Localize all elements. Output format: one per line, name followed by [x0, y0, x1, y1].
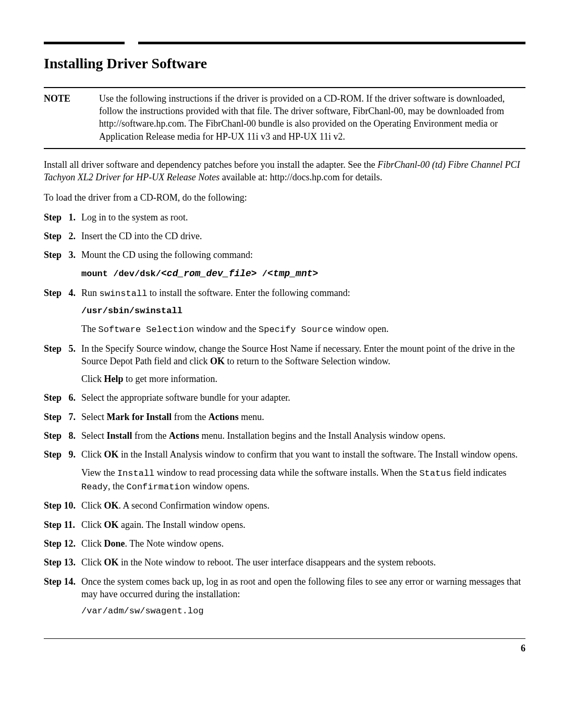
note-block: NOTE Use the following instructions if t… — [44, 87, 525, 149]
step-text: Run swinstall to install the software. E… — [81, 287, 525, 300]
step-body: Select the appropriate software bundle f… — [81, 391, 525, 404]
t-mono: swinstall — [100, 289, 148, 299]
t: Run — [81, 288, 100, 298]
t: in the Install Analysis window to confir… — [119, 449, 518, 460]
step-text: Select Install from the Actions menu. In… — [81, 429, 525, 442]
t: again. The Install window opens. — [119, 520, 246, 530]
t: Click — [81, 520, 104, 530]
t: The — [81, 324, 98, 334]
step-1: Step 1. Log in to the system as root. — [44, 211, 525, 224]
t-bold: Actions — [169, 430, 199, 441]
step-body: Log in to the system as root. — [81, 211, 525, 224]
t: window to read processing data while the… — [154, 467, 419, 478]
step-text: The Software Selection window and the Sp… — [81, 323, 525, 336]
page-number: 6 — [521, 643, 525, 653]
step-8: Step 8. Select Install from the Actions … — [44, 429, 525, 442]
t: Click — [81, 449, 104, 460]
t: to return to the Software Selection wind… — [225, 356, 390, 366]
t-bold: OK — [104, 449, 119, 460]
t: Click — [81, 557, 104, 567]
step-4: Step 4. Run swinstall to install the sof… — [44, 287, 525, 336]
step-text: Insert the CD into the CD drive. — [81, 230, 525, 242]
note-label: NOTE — [44, 92, 75, 143]
t-bold: Done — [104, 538, 125, 549]
t-bold: Actions — [209, 412, 239, 422]
step-text: Select the appropriate software bundle f… — [81, 391, 525, 404]
t-bold: Install — [106, 430, 132, 441]
t: to get more information. — [124, 374, 217, 384]
t-bold: OK — [104, 500, 119, 511]
step-11: Step 11. Click OK again. The Install win… — [44, 519, 525, 531]
step-label: Step 11. — [44, 519, 81, 531]
step-label: Step 3. — [44, 249, 81, 280]
step-2: Step 2. Insert the CD into the CD drive. — [44, 230, 525, 242]
step-label: Step 9. — [44, 448, 81, 493]
step-label: Step 4. — [44, 287, 81, 336]
intro1-c: available at: http://docs.hp.com for det… — [219, 172, 382, 182]
step-body: In the Specify Source window, change the… — [81, 342, 525, 386]
t-bold: OK — [104, 520, 119, 530]
step-text: Mount the CD using the following command… — [81, 249, 525, 261]
step-label: Step 2. — [44, 230, 81, 242]
page-footer: 6 — [44, 638, 525, 655]
step-text: Log in to the system as root. — [81, 211, 525, 224]
t-mono: Status — [419, 468, 451, 478]
t: . A second Confirmation window opens. — [119, 500, 270, 511]
top-rule — [44, 42, 525, 44]
step-body: Click OK. A second Confirmation window o… — [81, 499, 525, 512]
t: Click — [81, 538, 104, 549]
step-body: Select Install from the Actions menu. In… — [81, 429, 525, 442]
step-12: Step 12. Click Done. The Note window ope… — [44, 537, 525, 550]
t-mono: Ready — [81, 482, 108, 492]
step-label: Step 5. — [44, 342, 81, 386]
step-body: Click Done. The Note window opens. — [81, 537, 525, 550]
step-body: Select Mark for Install from the Actions… — [81, 411, 525, 423]
t: window open. — [333, 324, 389, 334]
step-text: Select Mark for Install from the Actions… — [81, 411, 525, 423]
cmd-c: / — [257, 269, 267, 279]
step-body: Once the system comes back up, log in as… — [81, 575, 525, 618]
step-text: Click Done. The Note window opens. — [81, 537, 525, 550]
step-text: Click OK in the Install Analysis window … — [81, 448, 525, 461]
t: from the — [172, 412, 208, 422]
intro-paragraph-2: To load the driver from a CD-ROM, do the… — [44, 191, 525, 204]
step-body: Click OK in the Install Analysis window … — [81, 448, 525, 493]
log-path: /var/adm/sw/swagent.log — [81, 606, 525, 618]
t: Select — [81, 430, 106, 441]
t: field indicates — [451, 467, 507, 478]
step-label: Step 14. — [44, 575, 81, 618]
step-command: /usr/sbin/swinstall — [81, 305, 525, 317]
step-10: Step 10. Click OK. A second Confirmation… — [44, 499, 525, 512]
t: from the — [132, 430, 169, 441]
t: menu. — [239, 412, 264, 422]
t: Select — [81, 412, 106, 422]
note-body: Use the following instructions if the dr… — [99, 92, 525, 143]
t: , the — [108, 481, 127, 491]
step-label: Step 10. — [44, 499, 81, 512]
step-body: Click OK again. The Install window opens… — [81, 519, 525, 531]
t-bold: OK — [210, 356, 225, 366]
t-bold: Help — [104, 374, 124, 384]
intro1-a: Install all driver software and dependen… — [44, 159, 377, 170]
step-14: Step 14. Once the system comes back up, … — [44, 575, 525, 618]
step-label: Step 8. — [44, 429, 81, 442]
t: window and the — [194, 324, 259, 334]
intro-paragraph-1: Install all driver software and dependen… — [44, 158, 525, 184]
step-label: Step 6. — [44, 391, 81, 404]
t-mono: Confirmation — [127, 482, 190, 492]
step-text: Click Help to get more information. — [81, 373, 525, 385]
t-bold: Mark for Install — [106, 412, 172, 422]
step-7: Step 7. Select Mark for Install from the… — [44, 411, 525, 423]
step-label: Step 7. — [44, 411, 81, 423]
step-body: Insert the CD into the CD drive. — [81, 230, 525, 242]
t: window opens. — [190, 481, 250, 491]
step-label: Step 13. — [44, 556, 81, 569]
step-label: Step 1. — [44, 211, 81, 224]
t: View the — [81, 467, 117, 478]
t: Click — [81, 374, 104, 384]
step-body: Click OK in the Note window to reboot. T… — [81, 556, 525, 569]
cmd-a: mount /dev/dsk/ — [81, 269, 161, 279]
step-5: Step 5. In the Specify Source window, ch… — [44, 342, 525, 386]
step-9: Step 9. Click OK in the Install Analysis… — [44, 448, 525, 493]
top-rule-long — [138, 42, 525, 44]
